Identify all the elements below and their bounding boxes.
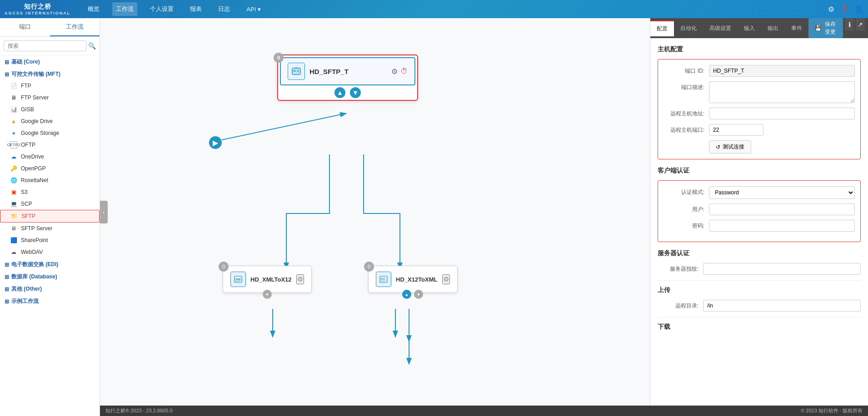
tab-workflow[interactable]: 工作流: [50, 18, 100, 36]
sub-right-up-connector[interactable]: ▴: [402, 290, 411, 299]
rosettanet-icon: 🌐: [10, 177, 17, 184]
nav-personal[interactable]: 个人设置: [146, 2, 177, 16]
remote-addr-input[interactable]: [709, 108, 855, 119]
sidebar: 端口 工作流 🔍 ⊞ 基础 (Core) ⊞ 可控文件传输 (MFT) 📄 FT…: [0, 18, 100, 416]
test-conn-row: ↺ 测试连接: [663, 140, 855, 154]
sidebar-item-oftp[interactable]: OFTP2 OFTP: [0, 139, 100, 151]
sidebar-section-core[interactable]: ⊞ 基础 (Core): [0, 55, 100, 68]
workflow-canvas[interactable]: ‹: [100, 18, 650, 406]
rp-tab-automation[interactable]: 自动化: [674, 21, 703, 36]
nav-workflow[interactable]: 工作流: [112, 2, 137, 16]
sub-left-connectors: ▾: [263, 290, 272, 299]
sidebar-item-sharepoint[interactable]: 🟦 SharePoint: [0, 234, 100, 246]
sidebar-item-rosettanet[interactable]: 🌐 RosettaNet: [0, 174, 100, 186]
sidebar-section-database[interactable]: ⊞ 数据库 (Database): [0, 270, 100, 282]
nav-reports[interactable]: 报表: [186, 2, 205, 16]
port-id-input[interactable]: [709, 65, 855, 77]
help-icon[interactable]: ❓: [840, 5, 849, 14]
main-node-counter: 0: [274, 53, 284, 63]
main-node-timer-button[interactable]: ⏱: [400, 67, 408, 76]
sub-left-title: HD_XMLToX12: [250, 276, 292, 283]
main-node-connectors: ▲ ▼: [278, 87, 417, 100]
sidebar-item-sftp[interactable]: 📁 SFTP: [0, 210, 100, 223]
section-download-title: 下载: [658, 323, 861, 331]
gisb-icon: 📊: [10, 106, 17, 113]
logo-top: 知行之桥: [24, 3, 51, 11]
rp-tab-input[interactable]: 输入: [738, 21, 761, 36]
main-node[interactable]: 0 HD_SFTP_T: [277, 54, 418, 101]
sidebar-item-openpgp[interactable]: 🔑 OpenPGP: [0, 163, 100, 174]
main-node-settings-button[interactable]: ⚙: [391, 67, 398, 76]
sidebar-section-demo[interactable]: ⊞ 示例工作流: [0, 295, 100, 307]
sub-right-counter: 0: [364, 262, 374, 272]
ftp-icon: 📄: [10, 82, 17, 89]
footer-left: 知行之桥® 2023 - 23.2.8605.0: [105, 407, 173, 414]
sidebar-list: ⊞ 基础 (Core) ⊞ 可控文件传输 (MFT) 📄 FTP 🖥 FTP S…: [0, 55, 100, 416]
main-node-down-connector[interactable]: ▼: [350, 87, 361, 98]
sub-right-settings-button[interactable]: ⚙: [442, 274, 450, 284]
user-group: 用户:: [663, 203, 855, 215]
search-input[interactable]: [4, 40, 86, 51]
main-node-up-connector[interactable]: ▲: [334, 87, 345, 98]
sidebar-item-ftp[interactable]: 📄 FTP: [0, 80, 100, 92]
nav-icons: ⚙ ❓ 👤: [828, 5, 863, 14]
auth-mode-select[interactable]: Password PublicKey Keyboard-Interactive: [709, 186, 855, 199]
sidebar-item-google-drive[interactable]: ▲ Google Drive: [0, 115, 100, 127]
remote-port-input[interactable]: [709, 124, 763, 136]
sidebar-section-mft[interactable]: ⊞ 可控文件传输 (MFT): [0, 68, 100, 80]
save-changes-button[interactable]: 💾 保存变更: [808, 18, 843, 38]
search-button[interactable]: 🔍: [88, 42, 96, 50]
webdav-icon: ☁: [10, 248, 17, 256]
remote-port-label: 远程主机端口:: [663, 124, 704, 134]
sidebar-item-ftp-server[interactable]: 🖥 FTP Server: [0, 92, 100, 104]
sidebar-item-onedrive[interactable]: ☁ OneDrive: [0, 151, 100, 163]
collapse-sidebar-button[interactable]: ‹: [100, 201, 108, 223]
user-label: 用户:: [663, 203, 704, 213]
password-input[interactable]: [709, 220, 855, 232]
sidebar-item-scp[interactable]: 💻 SCP: [0, 198, 100, 210]
svg-rect-9: [295, 67, 298, 69]
user-input[interactable]: [709, 203, 855, 215]
google-drive-icon: ▲: [10, 118, 17, 125]
server-fp-input[interactable]: [703, 263, 861, 275]
sidebar-section-edi[interactable]: ⊞ 电子数据交换 (EDI): [0, 258, 100, 270]
test-connection-button[interactable]: ↺ 测试连接: [709, 140, 751, 154]
settings-icon[interactable]: ⚙: [828, 5, 834, 14]
save-icon: 💾: [815, 25, 822, 31]
sub-right-down-connector[interactable]: ▾: [414, 290, 423, 299]
host-config-box: 端口 ID: 端口描述: 远程主机地址: 远程主机端口:: [658, 59, 861, 159]
remote-dir-input[interactable]: [703, 300, 861, 312]
sidebar-item-gisb[interactable]: 📊 GISB: [0, 104, 100, 115]
rp-tab-advanced[interactable]: 高级设置: [703, 21, 738, 36]
sidebar-item-webdav[interactable]: ☁ WebDAV: [0, 246, 100, 258]
nav-api[interactable]: API ▾: [243, 3, 264, 15]
port-desc-group: 端口描述:: [663, 81, 855, 103]
user-icon[interactable]: 👤: [854, 5, 863, 14]
sub-node-right[interactable]: 0 X12 ASC HD_X12ToXML ⚙ ▴ ▾: [368, 266, 458, 293]
sidebar-item-ftp-label: FTP: [21, 83, 31, 89]
edi-icon: ⊞: [5, 262, 9, 268]
rp-external-button[interactable]: ↗: [856, 18, 865, 31]
rp-tab-config[interactable]: 配置: [650, 20, 674, 36]
sub-left-settings-button[interactable]: ⚙: [296, 274, 304, 284]
sidebar-item-sftp-server[interactable]: 🖥 SFTP Server: [0, 223, 100, 234]
mft-section-label: 可控文件传输 (MFT): [11, 70, 60, 78]
demo-label: 示例工作流: [11, 297, 39, 305]
sub-right-connectors: ▴ ▾: [402, 290, 423, 299]
sub-left-down-connector[interactable]: ▾: [263, 290, 272, 299]
svg-line-0: [222, 114, 345, 140]
other-icon: ⊞: [5, 286, 9, 292]
sidebar-item-s3[interactable]: ▣ S3: [0, 186, 100, 198]
nav-overview[interactable]: 概览: [84, 2, 103, 16]
rp-info-button[interactable]: ℹ: [845, 18, 854, 31]
footer-bar: 知行之桥® 2023 - 23.2.8605.0 © 2023 知行软件 · 版…: [100, 406, 868, 416]
rp-content: 主机配置 端口 ID: 端口描述: 远程主机地址:: [650, 38, 868, 406]
rp-tab-output[interactable]: 输出: [761, 21, 785, 36]
nav-logs[interactable]: 日志: [215, 2, 234, 16]
rp-tab-events[interactable]: 事件: [785, 21, 808, 36]
tab-ports[interactable]: 端口: [0, 18, 50, 36]
sidebar-item-google-storage[interactable]: ● Google Storage: [0, 127, 100, 139]
sub-node-left[interactable]: 0 XML ASC HD_XMLToX12 ⚙ ▾: [223, 266, 312, 293]
sidebar-section-other[interactable]: ⊞ 其他 (Other): [0, 282, 100, 295]
port-desc-input[interactable]: [709, 81, 855, 103]
